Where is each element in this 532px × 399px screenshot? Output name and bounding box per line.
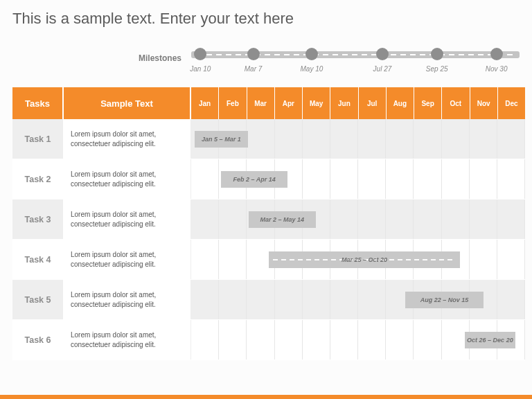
milestone-date: Jul 27 xyxy=(373,65,392,73)
month-cell xyxy=(191,200,219,239)
month-cell xyxy=(275,119,303,159)
month-cell xyxy=(497,280,525,319)
task-months: Feb 2 – Apr 14 xyxy=(191,159,525,199)
month-cell xyxy=(386,320,414,360)
gantt-bar-label: Jan 5 – Mar 1 xyxy=(202,136,241,143)
header-month: Jun xyxy=(330,87,358,119)
gantt-bar-label: Oct 26 – Dec 20 xyxy=(467,337,513,344)
month-cell xyxy=(330,280,358,319)
month-cell xyxy=(497,119,525,159)
task-months: Aug 22 – Nov 15 xyxy=(191,280,525,319)
table-row: Task 2Lorem ipsum dolor sit amet, consec… xyxy=(12,159,525,200)
month-cell xyxy=(470,119,497,159)
month-cell xyxy=(330,159,358,199)
table-row: Task 3Lorem ipsum dolor sit amet, consec… xyxy=(12,200,525,240)
header-month: Jul xyxy=(359,87,387,119)
month-cell xyxy=(442,200,470,239)
task-description: Lorem ipsum dolor sit amet, consectetuer… xyxy=(64,119,191,159)
header-tasks: Tasks xyxy=(12,87,64,119)
month-cell xyxy=(414,159,441,199)
month-cell xyxy=(247,320,274,360)
month-cell xyxy=(386,119,414,159)
table-row: Task 4Lorem ipsum dolor sit amet, consec… xyxy=(12,240,525,280)
milestone-dot xyxy=(431,48,443,60)
header-month: Jan xyxy=(191,87,219,119)
task-name: Task 1 xyxy=(12,119,64,159)
header-month: Apr xyxy=(275,87,303,119)
month-cell xyxy=(470,240,497,279)
header-month: Aug xyxy=(387,87,414,119)
month-cell xyxy=(470,159,497,199)
task-name: Task 6 xyxy=(12,320,64,360)
task-name: Task 5 xyxy=(12,280,64,319)
milestone-date: May 10 xyxy=(301,65,323,73)
month-cell xyxy=(414,320,441,360)
month-cell xyxy=(219,320,247,360)
month-cell xyxy=(330,119,358,159)
task-description: Lorem ipsum dolor sit amet, consectetuer… xyxy=(64,200,191,239)
task-description: Lorem ipsum dolor sit amet, consectetuer… xyxy=(64,240,191,279)
month-cell xyxy=(358,320,386,360)
milestone-date: Nov 30 xyxy=(486,65,508,73)
gantt-bar-label: Mar 2 – May 14 xyxy=(260,216,305,223)
month-cell xyxy=(303,280,330,319)
gantt-bar: Mar 2 – May 14 xyxy=(249,211,315,228)
milestone-dot xyxy=(194,48,206,60)
task-months: Jan 5 – Mar 1 xyxy=(191,119,525,159)
month-cell xyxy=(219,280,247,319)
task-description: Lorem ipsum dolor sit amet, consectetuer… xyxy=(64,280,191,319)
header-month: Oct xyxy=(442,87,470,119)
page-title: This is a sample text. Enter your text h… xyxy=(12,10,294,28)
month-cell xyxy=(191,159,219,199)
month-cell xyxy=(386,200,414,239)
month-cell xyxy=(219,200,247,239)
month-cell xyxy=(442,119,470,159)
task-months: Mar 2 – May 14 xyxy=(191,200,525,239)
task-description: Lorem ipsum dolor sit amet, consectetuer… xyxy=(64,159,191,199)
month-cell xyxy=(219,240,247,279)
month-cell xyxy=(497,159,525,199)
gantt-bar: Mar 25 – Oct 20 xyxy=(269,251,459,268)
month-cell xyxy=(191,320,219,360)
header-month: Sep xyxy=(414,87,442,119)
milestones-row: Milestones Jan 10Mar 7May 10Jul 27Sep 25… xyxy=(12,44,525,72)
month-cell xyxy=(497,200,525,239)
task-months: Mar 25 – Oct 20 xyxy=(191,240,525,279)
milestone-dot xyxy=(490,48,503,60)
milestone-dot xyxy=(247,48,260,60)
gantt-bar-label: Mar 25 – Oct 20 xyxy=(342,256,387,263)
month-cell xyxy=(414,200,441,239)
header-months: JanFebMarAprMayJunJulAugSepOctNovDec xyxy=(191,87,525,119)
milestone-dot xyxy=(376,48,389,60)
task-description: Lorem ipsum dolor sit amet, consectetuer… xyxy=(64,320,191,360)
task-months: Oct 26 – Dec 20 xyxy=(191,320,525,360)
month-cell xyxy=(303,159,330,199)
header-row: Tasks Sample Text JanFebMarAprMayJunJulA… xyxy=(12,87,525,119)
month-cell xyxy=(358,159,386,199)
gantt-bar: Jan 5 – Mar 1 xyxy=(195,131,247,148)
month-cell xyxy=(191,240,219,279)
milestone-date: Mar 7 xyxy=(245,65,263,73)
month-cell xyxy=(330,320,358,360)
header-month: May xyxy=(303,87,330,119)
task-name: Task 3 xyxy=(12,200,64,239)
month-cell xyxy=(414,119,441,159)
month-cell xyxy=(275,280,303,319)
header-sample: Sample Text xyxy=(64,87,191,119)
milestones-label: Milestones xyxy=(12,53,191,63)
month-cell xyxy=(191,280,219,319)
header-month: Feb xyxy=(219,87,247,119)
header-month: Dec xyxy=(498,87,525,119)
gantt-bar-label: Feb 2 – Apr 14 xyxy=(233,176,276,183)
month-cell xyxy=(275,320,303,360)
month-cell xyxy=(470,200,497,239)
header-month: Mar xyxy=(247,87,275,119)
milestone-date: Jan 10 xyxy=(190,65,211,73)
gantt-bar: Feb 2 – Apr 14 xyxy=(221,171,287,188)
month-cell xyxy=(442,159,470,199)
gantt-bar: Aug 22 – Nov 15 xyxy=(405,292,483,308)
month-cell xyxy=(358,119,386,159)
milestones-track-dash xyxy=(197,54,514,55)
task-name: Task 4 xyxy=(12,240,64,279)
gantt-bar-label: Aug 22 – Nov 15 xyxy=(420,296,469,303)
